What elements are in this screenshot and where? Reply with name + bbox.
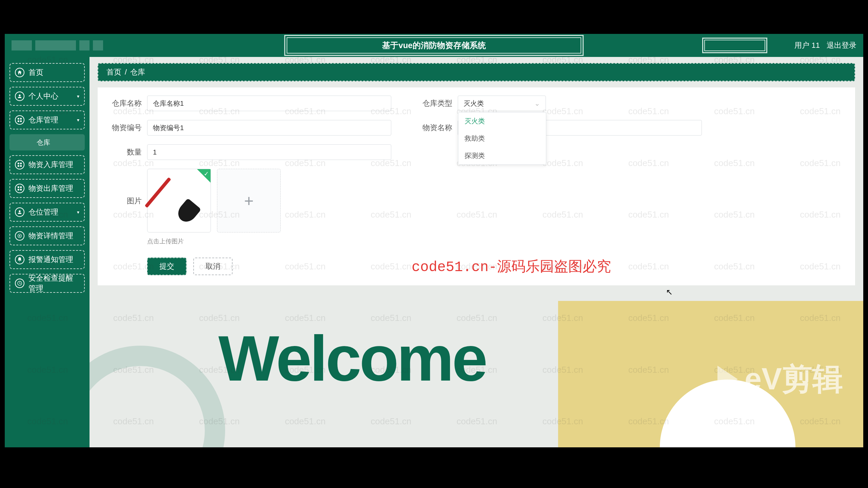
sidebar-item-home[interactable]: 首页 [9,63,85,82]
svg-rect-12 [20,189,22,190]
breadcrumb-sep: / [125,68,127,77]
welcome-text: Welcome [218,321,486,395]
sidebar-item-inbound[interactable]: 物资入库管理 [9,155,85,174]
label-material-code: 物资编号 [108,123,142,133]
dropdown-option[interactable]: 探测类 [458,147,546,164]
sidebar-label: 首页 [28,67,43,78]
user-label[interactable]: 用户 11 [794,40,820,50]
label-warehouse-type: 仓库类型 [418,98,452,108]
sidebar-item-profile[interactable]: 个人中心 ▾ [9,87,85,106]
user-icon [15,207,24,217]
submit-button[interactable]: 提交 [147,258,186,275]
sidebar-label: 报警通知管理 [28,255,73,265]
select-warehouse-type[interactable]: 灭火类 ⌄ 灭火类 救助类 探测类 [458,96,546,111]
user-icon [15,92,24,101]
clock-icon [15,279,24,288]
sidebar-label: 仓库管理 [28,115,58,125]
svg-point-13 [19,210,20,212]
breadcrumb-current: 仓库 [130,67,145,77]
sidebar-item-safety[interactable]: 安全检查提醒管理 [9,274,85,293]
svg-rect-7 [18,165,19,167]
svg-rect-5 [18,163,19,164]
input-warehouse-name[interactable] [147,96,391,111]
image-thumbnail[interactable]: ✓ [147,169,211,232]
svg-rect-8 [20,165,22,167]
bell-icon [15,255,24,264]
svg-rect-10 [20,186,22,188]
svg-point-0 [19,95,20,96]
sidebar-label: 个人中心 [28,91,58,101]
dropdown-option[interactable]: 灭火类 [458,113,546,130]
main-content: 首页 / 仓库 仓库名称 仓库类型 灭火类 ⌄ [90,57,863,447]
sidebar-label: 物资入库管理 [28,160,73,170]
sidebar-label: 物资详情管理 [28,231,73,241]
grid-icon [15,160,24,169]
dropdown-warehouse-type: 灭火类 救助类 探测类 [458,112,546,165]
home-icon [15,68,24,77]
svg-point-15 [19,235,20,237]
svg-rect-4 [20,120,22,122]
cancel-button[interactable]: 取消 [193,258,233,275]
grid-icon [15,115,24,125]
breadcrumb-home[interactable]: 首页 [106,67,121,77]
header-deco-frame [702,38,767,53]
chevron-down-icon: ▾ [77,209,79,215]
sidebar-label: 安全检查提醒管理 [28,273,79,293]
sidebar-label: 物资出库管理 [28,183,73,194]
sidebar-item-warehouse-mgmt[interactable]: 仓库管理 ▾ [9,110,85,129]
watermark-center: code51.cn-源码乐园盗图必究 [412,257,611,276]
bg-decoration [90,346,225,447]
input-quantity[interactable] [147,144,391,160]
sidebar-item-warehouse[interactable]: 仓库 [9,134,85,150]
sidebar-label: 仓位管理 [28,207,58,217]
ev-logo: eV剪辑 [717,359,843,400]
chevron-down-icon: ▾ [77,94,79,99]
app-viewport: 基于vue的消防物资存储系统 用户 11 退出登录 首页 个人中心 ▾ 仓库管理… [5,34,863,447]
input-material-code[interactable] [147,120,391,136]
header-left-deco [12,40,103,50]
svg-rect-1 [18,118,19,120]
grid-icon [15,184,24,193]
select-value: 灭火类 [463,99,484,108]
play-icon [717,366,738,393]
sidebar-item-material-detail[interactable]: 物资详情管理 [9,226,85,245]
chevron-down-icon: ▾ [77,117,79,123]
svg-rect-11 [18,189,19,190]
header-bar: 基于vue的消防物资存储系统 用户 11 退出登录 [5,34,863,57]
add-image-button[interactable]: + [217,169,281,232]
check-icon: ✓ [204,170,209,178]
svg-rect-9 [18,186,19,188]
svg-rect-6 [20,163,22,164]
label-image: 图片 [108,196,142,206]
shovel-image [155,177,203,224]
chevron-down-icon: ⌄ [534,99,540,107]
logout-link[interactable]: 退出登录 [827,40,856,50]
svg-rect-2 [20,118,22,120]
sidebar-item-slot-mgmt[interactable]: 仓位管理 ▾ [9,203,85,222]
sidebar-item-outbound[interactable]: 物资出库管理 [9,179,85,198]
label-material-name: 物资名称 [418,123,452,133]
header-title-wrap: 基于vue的消防物资存储系统 [284,35,584,56]
sidebar-label: 仓库 [37,138,50,147]
sidebar-item-alarm[interactable]: 报警通知管理 [9,250,85,269]
label-warehouse-name: 仓库名称 [108,98,142,108]
upload-hint: 点击上传图片 [147,237,845,245]
label-quantity: 数量 [108,147,142,157]
dropdown-option[interactable]: 救助类 [458,130,546,147]
svg-rect-3 [18,120,19,122]
mouse-cursor: ↖ [666,287,673,297]
target-icon [15,231,24,241]
form-panel: 仓库名称 仓库类型 灭火类 ⌄ 灭火类 救助类 探测类 [98,87,855,285]
breadcrumb: 首页 / 仓库 [98,63,855,81]
sidebar: 首页 个人中心 ▾ 仓库管理 ▾ 仓库 物资入库管理 物资出库管理 [5,57,90,447]
app-title: 基于vue的消防物资存储系统 [287,37,581,54]
